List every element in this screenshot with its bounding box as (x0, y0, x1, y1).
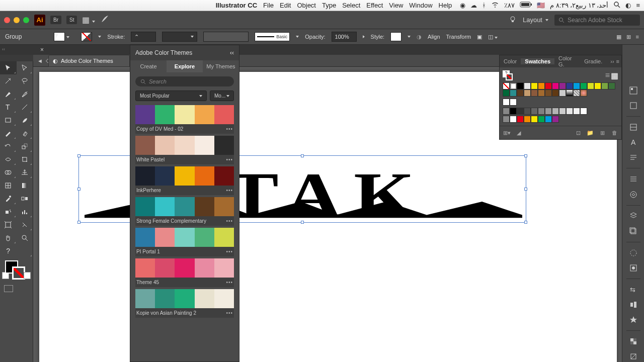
shape-builder-tool[interactable] (0, 166, 17, 179)
blend-tool[interactable] (17, 192, 33, 205)
theme-menu-icon[interactable]: ••• (226, 218, 233, 224)
fill-swatch[interactable]: ? (54, 32, 65, 41)
stroke-color[interactable] (12, 266, 25, 280)
swatch[interactable] (524, 82, 531, 89)
theme-menu-icon[interactable]: ••• (226, 126, 233, 132)
stroke-panel-icon[interactable] (627, 173, 640, 185)
swatch-fill-stroke[interactable]: ? (503, 70, 513, 80)
column-graph-tool[interactable] (17, 205, 33, 218)
grid-view-icon[interactable]: ▦ (611, 71, 618, 80)
screen-mode-normal[interactable] (4, 285, 13, 292)
delete-swatch-icon[interactable]: 🗑 (610, 129, 618, 136)
swatch[interactable] (545, 108, 552, 115)
tab-close-button[interactable]: × (40, 46, 44, 53)
siri-icon[interactable]: ◐ (625, 2, 631, 9)
mesh-tool[interactable] (0, 179, 17, 192)
artboard-tool[interactable] (0, 218, 17, 231)
tab-mythemes[interactable]: My Themes (203, 60, 239, 72)
eyedropper-tool[interactable] (0, 192, 17, 205)
swatch[interactable] (503, 82, 510, 89)
swatch[interactable] (517, 82, 524, 89)
menu-window[interactable]: Window (409, 2, 432, 9)
hand-tool[interactable] (0, 231, 17, 244)
tab-explore[interactable]: Explore (167, 60, 203, 72)
themes-header-tab[interactable]: ◐ Adobe Color Themes (48, 55, 130, 67)
swatch[interactable] (552, 89, 559, 97)
curvature-tool[interactable] (17, 87, 33, 101)
clip-icon[interactable]: ◫ (488, 34, 498, 40)
magic-wand-tool[interactable] (0, 74, 17, 87)
themes-list[interactable]: Copy of DV Med - 02•••White Pastel•••Ink… (130, 105, 239, 361)
search-stock-input[interactable]: Search Adobe Stock (554, 15, 640, 26)
tab-swatches[interactable]: Swatches (521, 58, 554, 64)
align-pixel-icon[interactable]: ⊞ (626, 34, 631, 40)
flag-icon[interactable]: 🇺🇸 (537, 2, 545, 9)
rotate-tool[interactable] (0, 140, 17, 153)
style-swatch[interactable] (390, 32, 401, 41)
swatch[interactable] (531, 89, 538, 97)
swatch-lib-icon[interactable]: ⊞▾ (503, 129, 511, 136)
direct-selection-tool[interactable] (17, 61, 33, 74)
scale-tool[interactable] (17, 140, 33, 153)
line-tool[interactable] (17, 101, 33, 114)
brushes-icon[interactable] (627, 122, 640, 133)
clock[interactable]: أحد، ١٣ ربيع٢، ٨:٣٩ م (550, 2, 608, 9)
theme-item[interactable]: White Pastel••• (135, 136, 234, 164)
perspective-grid-tool[interactable] (17, 166, 33, 179)
character-icon[interactable]: A (627, 137, 640, 148)
swatch[interactable] (538, 116, 545, 123)
swatch[interactable] (531, 108, 538, 115)
swatch[interactable] (587, 82, 594, 89)
menu-view[interactable]: View (389, 2, 403, 9)
theme-item[interactable]: InkPerhere••• (135, 166, 234, 195)
swatch[interactable] (531, 116, 538, 123)
swatch[interactable] (566, 108, 573, 115)
swatch[interactable] (510, 116, 517, 123)
new-swatch-icon[interactable]: ⊞ (598, 129, 606, 136)
swatch-group-icon[interactable] (503, 108, 510, 115)
swatch[interactable] (517, 89, 524, 97)
opacity-input[interactable]: 100% (332, 32, 357, 42)
swatch[interactable] (503, 89, 510, 97)
close-window-button[interactable] (4, 17, 10, 23)
app-name[interactable]: Illustrator CC (216, 2, 257, 9)
swatch[interactable] (573, 89, 580, 97)
time-dropdown[interactable]: Mo... (210, 90, 234, 101)
swatch[interactable] (531, 82, 538, 89)
eraser-tool[interactable] (17, 127, 33, 140)
menu-type[interactable]: Type (322, 2, 336, 9)
swatch[interactable] (538, 82, 545, 89)
symbols-icon[interactable] (627, 189, 640, 200)
arrange-docs-button[interactable]: ▦ (82, 15, 95, 25)
swatch[interactable] (510, 99, 517, 106)
expand-icon[interactable]: ›› (610, 58, 614, 64)
align-label[interactable]: Align (428, 34, 440, 40)
swatch[interactable] (580, 108, 587, 115)
transparency-icon[interactable] (627, 336, 640, 347)
slice-tool[interactable] (17, 218, 33, 231)
swatch[interactable] (538, 89, 545, 97)
swatch[interactable] (552, 108, 559, 115)
theme-menu-icon[interactable]: ••• (226, 249, 233, 254)
theme-menu-icon[interactable]: ••• (226, 280, 233, 285)
opacity-flyout[interactable] (363, 35, 365, 38)
hamburger-icon[interactable]: ≡ (636, 2, 640, 9)
screen-mode-cycle[interactable] (22, 285, 29, 292)
selection-tool[interactable] (0, 61, 17, 74)
swatch[interactable] (566, 89, 573, 97)
isolate-icon[interactable]: ▣ (477, 34, 482, 40)
pen-tool[interactable] (0, 87, 17, 101)
menu-help[interactable]: Help (439, 2, 452, 9)
links-icon[interactable] (627, 351, 640, 362)
align-panel-icon[interactable] (627, 299, 640, 310)
collapse-icon[interactable]: ‹‹ (230, 49, 234, 56)
theme-menu-icon[interactable]: ••• (226, 310, 233, 316)
swatch[interactable] (524, 116, 531, 123)
paintbrush-tool[interactable] (17, 114, 33, 127)
list-view-icon[interactable]: ≡ (605, 71, 610, 80)
panel-menu-icon[interactable]: ≡ (616, 58, 619, 64)
transform-label[interactable]: Transform (446, 34, 471, 40)
tab-create[interactable]: Create (130, 60, 167, 72)
swatch[interactable] (517, 116, 524, 123)
menu-effect[interactable]: Effect (366, 2, 383, 9)
